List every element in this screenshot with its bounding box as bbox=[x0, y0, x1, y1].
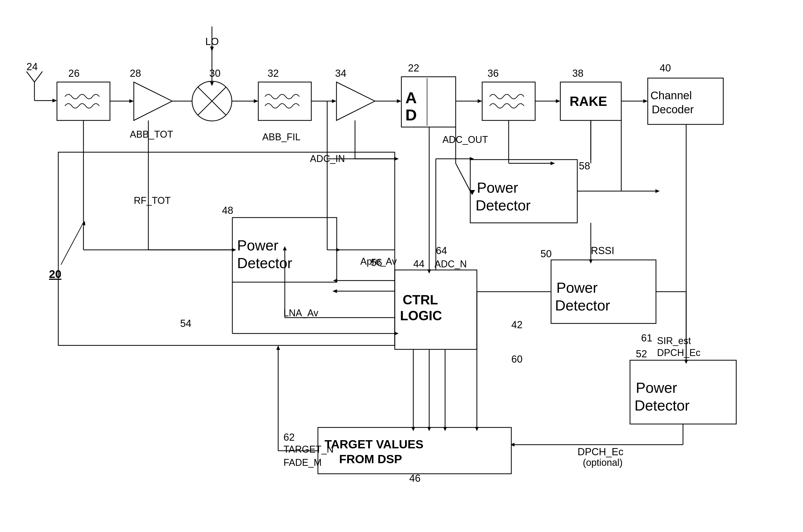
label-40: 40 bbox=[660, 62, 671, 74]
label-46: 46 bbox=[409, 473, 420, 484]
label-lna-av: LNA_Av bbox=[284, 307, 318, 318]
label-optional: (optional) bbox=[583, 457, 623, 468]
label-24: 24 bbox=[26, 61, 38, 72]
label-power-detector-60-2: Detector bbox=[635, 397, 690, 414]
label-adc-out: ADC_OUT bbox=[442, 134, 488, 145]
svg-rect-21 bbox=[258, 82, 311, 120]
svg-rect-31 bbox=[482, 82, 535, 120]
label-64: 64 bbox=[436, 245, 447, 256]
label-channel-decoder: Channel bbox=[651, 89, 692, 102]
label-58: 58 bbox=[579, 160, 590, 172]
label-30: 30 bbox=[209, 68, 220, 79]
label-52: 52 bbox=[636, 348, 647, 359]
label-48: 48 bbox=[222, 205, 233, 216]
label-60: 60 bbox=[511, 354, 523, 365]
label-54: 54 bbox=[180, 318, 191, 329]
label-target-values-1: TARGET VALUES bbox=[325, 438, 423, 451]
label-32: 32 bbox=[268, 68, 279, 79]
label-abb-fil: ABB_FIL bbox=[262, 132, 300, 142]
label-dpch-ec-label: DPCH_Ec bbox=[657, 347, 700, 358]
label-44: 44 bbox=[413, 258, 424, 269]
label-logic: LOGIC bbox=[400, 308, 442, 323]
label-target-n: TARGET_N bbox=[284, 444, 333, 455]
label-42: 42 bbox=[511, 319, 523, 330]
label-power-detector-48-1: Power bbox=[237, 237, 278, 253]
label-ctrl: CTRL bbox=[403, 292, 438, 307]
label-abb-tot: ABB_TOT bbox=[130, 129, 173, 140]
diagram-container: 24 26 28 ABB_TOT 30 LO bbox=[0, 0, 803, 532]
label-power-detector-50-2: Detector bbox=[555, 297, 610, 314]
label-61: 61 bbox=[641, 332, 652, 344]
label-rf-tot: RF_TOT bbox=[134, 195, 170, 206]
label-20: 20 bbox=[49, 268, 61, 280]
label-38: 38 bbox=[572, 68, 583, 79]
label-dpch-ec-out: DPCH_Ec bbox=[578, 446, 623, 457]
label-adc-n: ADC_N bbox=[435, 259, 467, 269]
label-decoder: Decoder bbox=[652, 103, 694, 116]
label-22: 22 bbox=[408, 62, 419, 74]
label-power-detector-1: Power bbox=[477, 179, 518, 196]
label-power-detector-50-1: Power bbox=[556, 280, 598, 296]
label-50: 50 bbox=[541, 248, 552, 259]
label-28: 28 bbox=[130, 68, 141, 79]
label-ad-d: D bbox=[405, 106, 417, 124]
label-56: 56 bbox=[371, 257, 382, 268]
label-62: 62 bbox=[284, 432, 295, 443]
label-ad-a: A bbox=[405, 89, 417, 107]
label-rssi: RSSI bbox=[591, 245, 614, 256]
circuit-diagram: 24 26 28 ABB_TOT 30 LO bbox=[0, 0, 803, 532]
label-target-values-2: FROM DSP bbox=[339, 452, 402, 466]
label-rake: RAKE bbox=[570, 94, 607, 109]
label-power-detector-60-1: Power bbox=[636, 380, 677, 396]
label-26: 26 bbox=[68, 68, 79, 79]
label-34: 34 bbox=[335, 68, 346, 79]
svg-rect-6 bbox=[57, 82, 110, 120]
label-detector-1: Detector bbox=[476, 197, 531, 214]
label-power-detector-48-2: Detector bbox=[237, 255, 292, 271]
label-36: 36 bbox=[488, 68, 498, 79]
label-fade-m: FADE_M bbox=[284, 457, 322, 468]
